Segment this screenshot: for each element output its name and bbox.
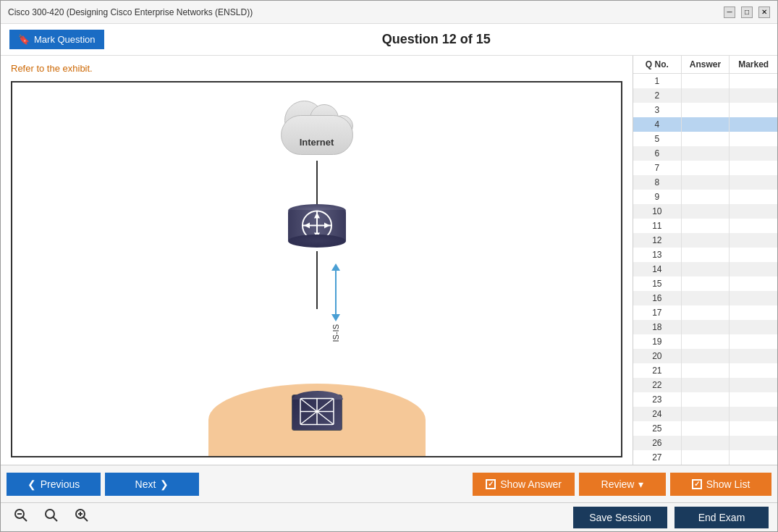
question-title: Question 12 of 15 [104,32,769,47]
panel-cell-answer [682,103,730,117]
next-arrow-icon: ❯ [160,478,169,490]
panel-row[interactable]: 4 [633,117,777,132]
previous-label: Previous [41,478,80,490]
minimize-button[interactable]: ─ [724,7,735,18]
zoom-in-icon [75,508,89,523]
panel-row[interactable]: 11 [633,219,777,233]
panel-cell-answer [682,421,730,436]
panel-cell-qno: 19 [633,334,682,349]
panel-cell-marked [730,334,777,349]
close-button[interactable]: ✕ [758,7,770,18]
panel-row[interactable]: 21 [633,363,777,378]
svg-marker-5 [304,222,310,228]
isis-label: IS-IS [331,324,340,342]
panel-cell-answer [682,276,730,291]
panel-cell-qno: 11 [633,219,682,233]
isis-arrow-down [331,314,340,321]
panel-cell-answer [682,204,730,219]
zoom-in-button[interactable] [70,507,93,528]
panel-cell-marked [730,262,777,276]
panel-row[interactable]: 20 [633,349,777,363]
panel-cell-answer [682,450,730,465]
col-qno: Q No. [633,56,682,73]
panel-row[interactable]: 3 [633,103,777,117]
panel-row[interactable]: 15 [633,276,777,291]
panel-cell-answer [682,363,730,378]
panel-row[interactable]: 6 [633,146,777,161]
end-exam-button[interactable]: End Exam [675,507,769,528]
col-marked: Marked [730,56,777,73]
bottom-nav-bar: ❮ Previous Next ❯ ✓ Show Answer Review ▾… [1,465,777,502]
panel-row[interactable]: 12 [633,233,777,248]
panel-cell-qno: 25 [633,421,682,436]
panel-row[interactable]: 24 [633,407,777,421]
panel-row[interactable]: 14 [633,262,777,276]
panel-cell-answer [682,219,730,233]
panel-row[interactable]: 10 [633,204,777,219]
panel-row[interactable]: 5 [633,132,777,146]
review-label: Review [601,478,635,490]
line-router-switch [316,251,318,309]
show-answer-button[interactable]: ✓ Show Answer [473,473,575,496]
panel-cell-qno: 21 [633,363,682,378]
panel-cell-answer [682,248,730,262]
cloud-container: Internet [270,97,364,155]
next-button[interactable]: Next ❯ [105,473,199,496]
panel-row[interactable]: 25 [633,421,777,436]
mark-question-button[interactable]: 🔖 Mark Question [9,30,104,49]
panel-cell-qno: 23 [633,392,682,407]
panel-cell-qno: 15 [633,276,682,291]
show-list-label: Show List [706,478,750,490]
panel-row[interactable]: 17 [633,305,777,320]
router-container [288,204,346,248]
panel-row[interactable]: 23 [633,392,777,407]
panel-cell-qno: 12 [633,233,682,248]
maximize-button[interactable]: □ [741,7,753,18]
panel-cell-marked [730,175,777,190]
panel-cell-marked [730,204,777,219]
panel-cell-marked [730,88,777,103]
zoom-out-button[interactable] [9,507,33,528]
right-panel: Q No. Answer Marked 1 2 3 4 5 6 [633,56,777,465]
col-answer: Answer [682,56,730,73]
panel-row[interactable]: 9 [633,190,777,204]
show-answer-label: Show Answer [500,478,562,490]
panel-row[interactable]: 8 [633,175,777,190]
toolbar: 🔖 Mark Question Question 12 of 15 [1,24,777,56]
panel-cell-answer [682,334,730,349]
panel-list[interactable]: 1 2 3 4 5 6 7 8 [633,74,777,465]
main-content: Refer to the exhibit. Internet [1,56,777,465]
panel-cell-marked [730,276,777,291]
show-list-button[interactable]: ✓ Show List [670,473,771,496]
panel-row[interactable]: 2 [633,88,777,103]
switch-box [292,394,342,434]
panel-cell-answer [682,305,730,320]
panel-cell-qno: 2 [633,88,682,103]
panel-cell-marked [730,421,777,436]
zoom-normal-button[interactable] [40,507,63,528]
line-cloud-router [316,161,318,204]
panel-row[interactable]: 13 [633,248,777,262]
panel-row[interactable]: 26 [633,436,777,450]
mound-container [12,362,621,456]
panel-row[interactable]: 22 [633,378,777,392]
panel-cell-qno: 4 [633,117,682,132]
panel-row[interactable]: 19 [633,334,777,349]
save-session-button[interactable]: Save Session [573,507,667,528]
panel-row[interactable]: 7 [633,161,777,175]
panel-row[interactable]: 27 [633,450,777,465]
panel-row[interactable]: 1 [633,74,777,88]
panel-cell-answer [682,407,730,421]
panel-row[interactable]: 16 [633,291,777,305]
panel-cell-qno: 18 [633,320,682,334]
panel-row[interactable]: 18 [633,320,777,334]
review-button[interactable]: Review ▾ [579,473,666,496]
panel-cell-marked [730,305,777,320]
panel-cell-marked [730,248,777,262]
panel-cell-marked [730,407,777,421]
zoom-normal-icon [44,508,59,523]
panel-cell-answer [682,146,730,161]
isis-arrow-up [331,263,340,271]
cloud-shape: Internet [270,97,364,155]
previous-button[interactable]: ❮ Previous [7,473,101,496]
